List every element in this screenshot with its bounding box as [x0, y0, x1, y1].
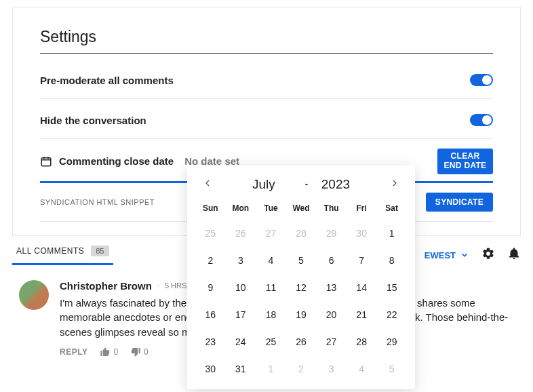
sort-dropdown[interactable]: EWEST — [425, 250, 469, 260]
day-cell[interactable]: 23 — [195, 328, 226, 355]
thumbs-up-icon — [100, 347, 111, 357]
day-cell[interactable]: 30 — [347, 220, 377, 247]
comments-count-badge: 85 — [91, 246, 108, 256]
day-cell[interactable]: 15 — [376, 274, 407, 301]
dow-header: Thu — [316, 199, 347, 220]
day-cell[interactable]: 1 — [376, 220, 407, 247]
day-cell[interactable]: 11 — [256, 274, 286, 301]
reply-button[interactable]: REPLY — [60, 347, 87, 357]
day-cell[interactable]: 3 — [226, 247, 256, 274]
day-cell[interactable]: 5 — [376, 355, 407, 383]
datepicker: July 2023 SunMonTueWedThuFriSat252627282… — [187, 165, 415, 389]
caret-down-icon — [302, 180, 311, 189]
svg-rect-0 — [41, 158, 51, 166]
month-label: July — [252, 177, 275, 192]
day-cell[interactable]: 16 — [195, 301, 226, 328]
day-cell[interactable]: 13 — [316, 274, 347, 301]
tab-all-comments[interactable]: ALL COMMENTS 85 — [12, 246, 113, 265]
notifications-bell-icon[interactable] — [507, 247, 521, 263]
dow-header: Wed — [286, 199, 317, 220]
day-cell[interactable]: 28 — [286, 220, 317, 247]
day-cell[interactable]: 2 — [286, 355, 317, 383]
calendar-icon — [40, 155, 52, 168]
tab-all-comments-label: ALL COMMENTS — [16, 246, 84, 256]
day-cell[interactable]: 1 — [256, 355, 286, 383]
clear-end-date-button[interactable]: CLEAR END DATE — [437, 149, 493, 174]
day-cell[interactable]: 5 — [286, 247, 317, 274]
datepicker-header: July 2023 — [195, 175, 407, 199]
day-cell[interactable]: 29 — [376, 328, 407, 355]
day-cell[interactable]: 4 — [256, 247, 286, 274]
hide-conversation-label: Hide the conversation — [40, 115, 146, 126]
day-cell[interactable]: 6 — [316, 247, 347, 274]
day-cell[interactable]: 27 — [256, 220, 286, 247]
day-cell[interactable]: 2 — [195, 247, 226, 274]
premoderate-label: Pre-moderate all comments — [40, 75, 174, 86]
day-cell[interactable]: 24 — [226, 328, 256, 355]
datepicker-title: July 2023 — [252, 177, 350, 192]
month-selector[interactable]: July — [252, 177, 311, 192]
upvote-button[interactable]: 0 — [100, 347, 118, 357]
day-cell[interactable]: 8 — [376, 247, 407, 274]
day-cell[interactable]: 19 — [286, 301, 317, 328]
day-cell[interactable]: 28 — [347, 328, 377, 355]
syndicate-button[interactable]: SYNDICATE — [426, 193, 493, 212]
dow-header: Sun — [195, 199, 226, 220]
day-cell[interactable]: 31 — [226, 355, 256, 383]
page-title: Settings — [40, 28, 493, 54]
downvote-button[interactable]: 0 — [130, 347, 149, 357]
day-cell[interactable]: 10 — [226, 274, 256, 301]
day-cell[interactable]: 26 — [286, 328, 317, 355]
day-cell[interactable]: 9 — [195, 274, 226, 301]
comments-controls: EWEST — [425, 247, 521, 263]
avatar[interactable] — [19, 280, 49, 310]
day-cell[interactable]: 3 — [316, 355, 347, 383]
day-cell[interactable]: 22 — [376, 301, 407, 328]
setting-row-premoderate: Pre-moderate all comments — [40, 68, 493, 99]
day-cell[interactable]: 30 — [195, 355, 226, 383]
day-cell[interactable]: 7 — [347, 247, 377, 274]
sort-label: EWEST — [425, 250, 456, 260]
dow-header: Fri — [347, 199, 377, 220]
day-cell[interactable]: 20 — [316, 301, 347, 328]
chevron-left-icon — [202, 178, 213, 189]
day-cell[interactable]: 26 — [226, 220, 256, 247]
day-cell[interactable]: 12 — [286, 274, 317, 301]
next-month-button[interactable] — [387, 175, 403, 194]
chevron-right-icon — [389, 178, 400, 189]
day-cell[interactable]: 29 — [316, 220, 347, 247]
syndication-label: SYNDICATION HTML SNIPPET — [40, 198, 155, 206]
setting-row-hide-conversation: Hide the conversation — [40, 109, 493, 139]
day-cell[interactable]: 25 — [195, 220, 226, 247]
prev-month-button[interactable] — [199, 175, 216, 194]
dow-header: Mon — [226, 199, 256, 220]
day-cell[interactable]: 4 — [347, 355, 377, 383]
day-cell[interactable]: 17 — [226, 301, 256, 328]
time-separator: · — [157, 281, 159, 290]
comment-author[interactable]: Christopher Brown — [60, 280, 152, 292]
year-label[interactable]: 2023 — [321, 177, 350, 192]
thumbs-down-icon — [130, 347, 141, 357]
chevron-down-icon — [460, 250, 469, 260]
close-date-label: Commenting close date — [59, 155, 174, 167]
hide-conversation-toggle[interactable] — [470, 114, 493, 126]
dow-header: Tue — [256, 199, 286, 220]
datepicker-grid: SunMonTueWedThuFriSat2526272829301234567… — [195, 199, 407, 383]
day-cell[interactable]: 14 — [347, 274, 377, 301]
upvote-count: 0 — [113, 347, 118, 357]
premoderate-toggle[interactable] — [470, 74, 493, 86]
downvote-count: 0 — [144, 347, 149, 357]
day-cell[interactable]: 21 — [347, 301, 377, 328]
day-cell[interactable]: 27 — [316, 328, 347, 355]
dow-header: Sat — [376, 199, 407, 220]
settings-gear-icon[interactable] — [481, 247, 495, 263]
day-cell[interactable]: 25 — [256, 328, 286, 355]
day-cell[interactable]: 18 — [256, 301, 286, 328]
